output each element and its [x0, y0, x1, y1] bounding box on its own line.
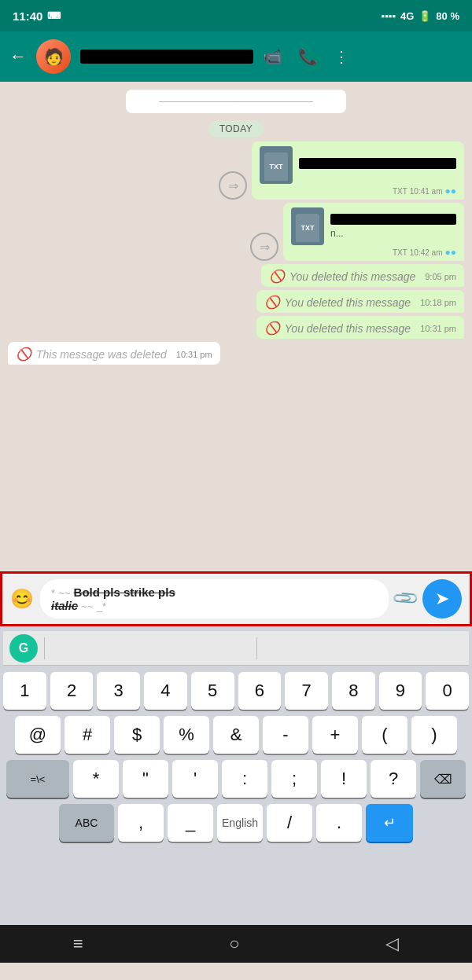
- time-text: 10:41 am: [410, 187, 443, 196]
- key-plus[interactable]: +: [312, 716, 358, 754]
- message-row: 🚫 This message was deleted 10:31 pm: [8, 342, 464, 365]
- bold-strike-text: Bold pls strike pls: [74, 585, 175, 599]
- key-1[interactable]: 1: [3, 672, 46, 710]
- nav-home-button[interactable]: ○: [229, 934, 239, 954]
- key-exclaim[interactable]: !: [321, 760, 367, 798]
- forward-icon[interactable]: ⇒: [250, 233, 278, 261]
- key-doublequote[interactable]: ": [123, 760, 168, 798]
- key-underscore[interactable]: _: [168, 804, 213, 842]
- key-colon[interactable]: :: [222, 760, 267, 798]
- key-question[interactable]: ?: [371, 760, 416, 798]
- deleted-text: You deleted this message: [285, 322, 411, 335]
- deleted-icon: 🚫: [269, 269, 285, 284]
- key-enter[interactable]: ↵: [366, 804, 413, 842]
- grammarly-button[interactable]: G: [9, 634, 38, 663]
- file-icon: TXT: [291, 207, 324, 245]
- key-hash[interactable]: #: [65, 716, 110, 754]
- keyboard: G 1 2 3 4 5 6 7 8 9 0 @ # $ % & - + ( ) …: [0, 626, 472, 925]
- prev-messages-strip: ───────────────────────: [126, 90, 346, 113]
- key-space[interactable]: English: [217, 804, 263, 842]
- key-5[interactable]: 5: [191, 672, 234, 710]
- message-row: 🚫 You deleted this message 10:18 pm: [8, 290, 464, 313]
- key-0[interactable]: 0: [426, 672, 469, 710]
- network-type: 4G: [400, 10, 414, 22]
- marker-tilde-end: ~~: [81, 600, 93, 612]
- key-9[interactable]: 9: [379, 672, 422, 710]
- send-button[interactable]: ➤: [422, 579, 462, 618]
- message-input-area: 😊 * ~~ Bold pls strike pls italic ~~ _* …: [0, 571, 472, 626]
- key-at[interactable]: @: [15, 716, 61, 754]
- file-type-label: TXT: [264, 152, 288, 181]
- message-row: ⇒ TXT n... TXT 10:42 am ●●: [8, 203, 464, 261]
- key-6[interactable]: 6: [238, 672, 282, 710]
- key-backspace[interactable]: ⌫: [420, 760, 466, 798]
- time-text: 10:42 am: [410, 248, 443, 257]
- key-period[interactable]: .: [316, 804, 362, 842]
- status-bar-left: 11:40 ⌨: [13, 9, 61, 23]
- message-row: ⇒ TXT TXT 10:41 am ●●: [8, 141, 464, 200]
- key-comma[interactable]: ,: [118, 804, 164, 842]
- key-ampersand[interactable]: &: [213, 716, 259, 754]
- key-abc[interactable]: ABC: [59, 804, 114, 842]
- deleted-content: 🚫 This message was deleted 10:31 pm: [16, 347, 212, 362]
- contact-name-redacted: [80, 50, 253, 64]
- filename-redacted: [299, 158, 456, 169]
- attachment-button[interactable]: 📎: [391, 584, 420, 613]
- battery-icon: 🔋: [419, 10, 431, 22]
- input-content: * ~~ Bold pls strike pls italic ~~ _*: [51, 585, 175, 612]
- key-3[interactable]: 3: [97, 672, 140, 710]
- message-text-input[interactable]: * ~~ Bold pls strike pls italic ~~ _*: [40, 579, 389, 618]
- deleted-icon: 🚫: [16, 347, 31, 362]
- divider: [256, 637, 257, 659]
- chat-area: ─────────────────────── TODAY ⇒ TXT TXT …: [0, 82, 472, 571]
- deleted-text: You deleted this message: [289, 270, 415, 283]
- contact-avatar[interactable]: 🧑: [36, 39, 71, 74]
- key-singlequote[interactable]: ': [172, 760, 218, 798]
- message-row: 🚫 You deleted this message 9:05 pm: [8, 264, 464, 287]
- key-semicolon[interactable]: ;: [271, 760, 317, 798]
- key-percent[interactable]: %: [164, 716, 209, 754]
- file-icon: TXT: [260, 146, 293, 184]
- status-bar-right: ▪▪▪▪ 4G 🔋 80 %: [382, 10, 459, 22]
- file-content: TXT: [260, 146, 456, 184]
- symbol-key-row-2: =\< * " ' : ; ! ? ⌫: [3, 760, 469, 798]
- send-icon: ➤: [435, 589, 449, 609]
- key-4[interactable]: 4: [144, 672, 187, 710]
- number-key-row: 1 2 3 4 5 6 7 8 9 0: [3, 672, 469, 710]
- divider: [44, 637, 45, 659]
- forward-icon[interactable]: ⇒: [219, 171, 247, 200]
- message-time: TXT 10:41 am ●●: [260, 185, 456, 196]
- key-8[interactable]: 8: [332, 672, 375, 710]
- time-display: 11:40: [13, 9, 42, 23]
- deleted-icon: 🚫: [264, 321, 280, 336]
- key-slash[interactable]: /: [267, 804, 312, 842]
- time-text: 10:18 pm: [420, 298, 456, 307]
- key-lparen[interactable]: (: [362, 716, 407, 754]
- file-info: [299, 158, 456, 172]
- key-equals-slash[interactable]: =\<: [6, 760, 69, 798]
- chat-header: ← 🧑 📹 📞 ⋮: [0, 31, 472, 82]
- key-7[interactable]: 7: [285, 672, 328, 710]
- deleted-received-message: 🚫 This message was deleted 10:31 pm: [8, 342, 220, 365]
- read-ticks: ●●: [445, 247, 457, 258]
- key-dollar[interactable]: $: [114, 716, 160, 754]
- filename-suffix: n...: [330, 228, 456, 239]
- signal-bars: ▪▪▪▪: [382, 10, 396, 22]
- nav-menu-button[interactable]: ≡: [73, 934, 83, 954]
- voice-call-icon[interactable]: 📞: [298, 47, 318, 66]
- key-minus[interactable]: -: [263, 716, 308, 754]
- nav-back-button[interactable]: ◁: [385, 934, 399, 954]
- header-action-icons: 📹 📞 ⋮: [263, 47, 349, 66]
- avatar-image: 🧑: [36, 39, 71, 74]
- key-rparen[interactable]: ): [411, 716, 457, 754]
- back-button[interactable]: ←: [9, 46, 27, 67]
- video-call-icon[interactable]: 📹: [263, 47, 282, 66]
- more-options-icon[interactable]: ⋮: [334, 47, 349, 66]
- bottom-key-row: ABC , _ English / . ↵: [3, 804, 469, 842]
- message-time: TXT 10:42 am ●●: [291, 247, 456, 258]
- emoji-button[interactable]: 😊: [10, 588, 34, 610]
- key-asterisk[interactable]: *: [73, 760, 119, 798]
- key-2[interactable]: 2: [50, 672, 94, 710]
- file-info: n...: [330, 214, 456, 239]
- deleted-message-2: 🚫 You deleted this message 10:18 pm: [256, 290, 464, 313]
